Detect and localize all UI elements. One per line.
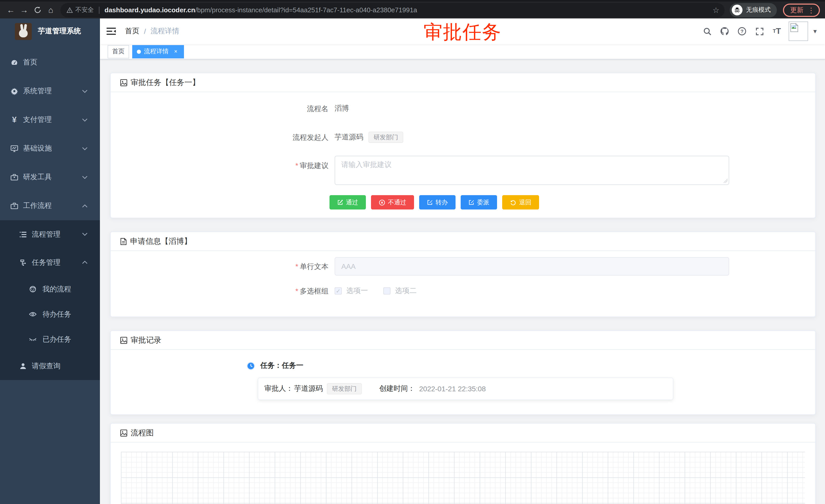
approver-label: 审批人：	[265, 384, 293, 393]
avatar-caret-icon[interactable]: ▼	[812, 28, 818, 34]
browser-update-button[interactable]: 更新 ⋮	[783, 3, 820, 17]
approve-button[interactable]: 通过	[329, 195, 366, 209]
breadcrumb: 首页 / 流程详情	[125, 27, 179, 36]
browser-home-button[interactable]: ⌂	[44, 3, 57, 17]
chevron-down-icon	[82, 175, 88, 179]
browser-back-button[interactable]: ←	[4, 3, 17, 17]
sidebar-item-label: 研发工具	[23, 173, 52, 182]
card-title: 审批任务【任务一】	[131, 78, 200, 87]
circle-x-icon	[379, 199, 385, 205]
incognito-badge: 无痕模式	[730, 3, 777, 17]
question-circle-icon: ?	[737, 27, 747, 36]
return-button[interactable]: 退回	[502, 195, 539, 209]
breadcrumb-home[interactable]: 首页	[125, 27, 139, 36]
browser-reload-button[interactable]	[31, 3, 44, 17]
process-name-label: 流程名	[111, 103, 334, 114]
fullscreen-button[interactable]	[751, 18, 768, 44]
url-text: dashboard.yudao.iocoder.cn/bpm/process-i…	[104, 6, 708, 14]
gear-icon	[10, 87, 18, 95]
breadcrumb-separator: /	[144, 27, 146, 35]
sidebar-item-label: 支付管理	[23, 115, 52, 124]
hamburger-icon	[106, 27, 116, 35]
single-line-text-input	[334, 257, 729, 275]
card-title: 申请信息【滔博】	[130, 236, 192, 246]
browser-menu-icon[interactable]: ⋮	[808, 6, 815, 14]
card-title: 流程图	[131, 428, 154, 438]
chevron-up-icon	[82, 204, 88, 208]
url-path: /bpm/process-instance/detail?id=54aa251f…	[195, 6, 417, 14]
sidebar-item-label: 基础设施	[23, 144, 52, 153]
required-asterisk: *	[295, 287, 298, 295]
sidebar-item-done-tasks[interactable]: 已办任务	[0, 327, 100, 352]
omnibox-divider	[99, 6, 99, 14]
search-button[interactable]	[698, 18, 716, 44]
sidebar-item-workflow[interactable]: 工作流程	[0, 191, 100, 220]
sidebar-item-todo-tasks[interactable]: 待办任务	[0, 302, 100, 327]
card-header: 审批任务【任务一】	[111, 73, 815, 92]
github-button[interactable]	[716, 18, 733, 44]
delegate-label: 委派	[477, 198, 490, 207]
broken-image-icon	[790, 23, 798, 32]
sidebar-item-devtools[interactable]: 研发工具	[0, 163, 100, 191]
app-title: 芋道管理系统	[38, 27, 81, 36]
sidebar-item-process-mgmt[interactable]: 流程管理	[0, 220, 100, 248]
created-time-value: 2022-01-21 22:35:08	[419, 385, 486, 393]
chevron-down-icon	[82, 147, 88, 150]
tag-label: 流程详情	[144, 47, 169, 56]
incognito-label: 无痕模式	[746, 6, 771, 14]
transfer-button[interactable]: 转办	[419, 195, 456, 209]
picture-icon	[120, 79, 128, 86]
page: ← → ⌂ 不安全 dashboard.yudao.iocoder.cn/bpm…	[0, 0, 825, 504]
update-label: 更新	[790, 5, 804, 15]
sidebar-item-leave-query[interactable]: 请假查询	[0, 352, 100, 380]
page-content: 审批任务【任务一】 流程名 滔博 流程发起人 芋道源码 研发部门	[100, 60, 825, 504]
sidebar-item-task-mgmt[interactable]: 任务管理	[0, 248, 100, 276]
warning-icon	[67, 7, 73, 13]
top-navbar: 首页 / 流程详情 审批任务 ?	[100, 18, 825, 44]
help-button[interactable]: ?	[733, 18, 751, 44]
record-detail-box: 审批人：芋道源码 研发部门 创建时间： 2022-01-21 22:35:08	[258, 377, 673, 400]
approver-value: 芋道源码	[294, 384, 323, 393]
checkbox-group-label-wrap: *多选框组	[111, 286, 334, 296]
tag-close-icon[interactable]: ×	[172, 48, 179, 55]
dashboard-icon	[10, 58, 18, 67]
sidebar-item-my-process[interactable]: 我的流程	[0, 276, 100, 302]
suggestion-textarea[interactable]	[334, 156, 729, 185]
tag-home[interactable]: 首页	[107, 45, 129, 58]
process-name-value: 滔博	[334, 104, 729, 113]
approve-label: 通过	[346, 198, 358, 207]
chevron-up-icon	[82, 261, 88, 264]
undo-icon	[510, 199, 517, 205]
monitor-icon	[10, 145, 18, 153]
small-t: T	[773, 29, 776, 34]
sidebar-item-label: 请假查询	[32, 361, 61, 370]
card-header: 申请信息【滔博】	[111, 232, 815, 251]
browser-toolbar: ← → ⌂ 不安全 dashboard.yudao.iocoder.cn/bpm…	[0, 0, 825, 18]
sidebar-collapse-button[interactable]	[100, 27, 121, 35]
bookmark-star-icon[interactable]: ☆	[712, 5, 720, 15]
address-bar[interactable]: 不安全 dashboard.yudao.iocoder.cn/bpm/proce…	[61, 3, 725, 17]
required-asterisk: *	[295, 161, 298, 170]
avatar[interactable]	[789, 21, 808, 41]
sidebar-item-label: 首页	[23, 58, 38, 67]
breadcrumb-current: 流程详情	[151, 27, 179, 36]
tag-process-detail[interactable]: 流程详情 ×	[132, 45, 184, 58]
sidebar-menu: 首页 系统管理 ¥ 支付管理	[0, 48, 100, 380]
bpmn-diagram-canvas[interactable]	[121, 452, 805, 504]
reject-button[interactable]: 不通过	[371, 195, 414, 209]
search-icon	[703, 27, 711, 35]
sidebar-item-system[interactable]: 系统管理	[0, 77, 100, 105]
initiator-value: 芋道源码	[334, 133, 363, 142]
sidebar-item-payment[interactable]: ¥ 支付管理	[0, 105, 100, 134]
sidebar-item-infrastructure[interactable]: 基础设施	[0, 134, 100, 163]
delegate-button[interactable]: 委派	[461, 195, 497, 209]
security-badge[interactable]: 不安全	[67, 6, 94, 14]
approval-record-card: 审批记录 任务：任务一 审批人：芋道源码 研发部门 创建时间： 2022-01-…	[110, 330, 816, 415]
checkbox-option-1: ✓ 选项一	[334, 286, 368, 296]
github-icon	[720, 27, 729, 36]
browser-forward-button[interactable]: →	[17, 3, 31, 17]
sidebar-item-home[interactable]: 首页	[0, 48, 100, 77]
robot-face-icon	[29, 285, 37, 293]
app-logo-row[interactable]: 芋道管理系统	[0, 18, 100, 44]
font-size-button[interactable]: TT	[768, 18, 785, 44]
